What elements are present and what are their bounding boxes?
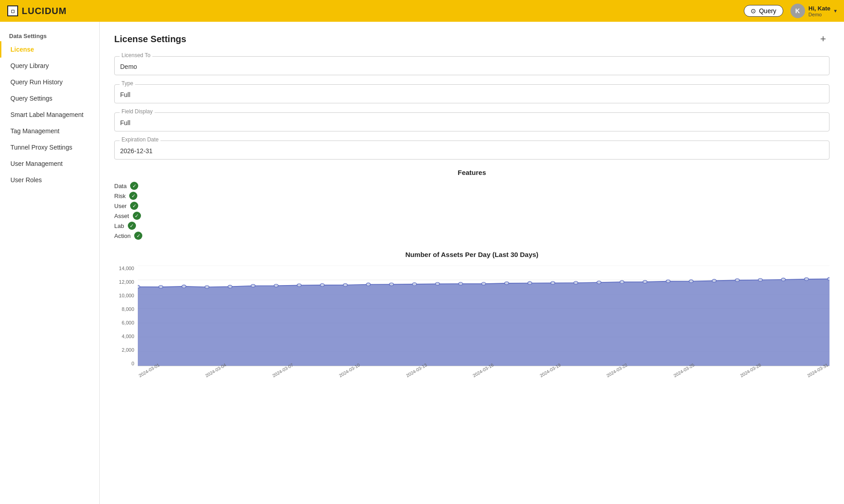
sidebar-item-user-roles[interactable]: User Roles <box>0 172 99 188</box>
svg-point-16 <box>320 284 324 287</box>
y-axis-label: 8,000 <box>121 306 134 312</box>
svg-point-14 <box>274 284 278 287</box>
chevron-down-icon: ▾ <box>834 8 837 14</box>
y-axis-label: 0 <box>131 361 134 366</box>
svg-point-38 <box>827 277 829 281</box>
svg-point-11 <box>205 286 209 289</box>
field-label: Field Display <box>120 108 155 115</box>
field-input[interactable] <box>114 56 829 75</box>
feature-label: Risk <box>114 193 126 199</box>
query-button[interactable]: ⊙ Query <box>744 5 783 17</box>
feature-item-asset: Asset ✓ <box>114 212 829 220</box>
feature-label: Data <box>114 183 126 189</box>
check-icon: ✓ <box>128 222 136 230</box>
svg-point-23 <box>481 282 485 286</box>
field-group-expiration-date: Expiration Date <box>114 141 829 160</box>
feature-label: Asset <box>114 213 129 219</box>
user-info: Hi, Kate Demo <box>809 5 830 17</box>
sidebar-item-query-run-history[interactable]: Query Run History <box>0 74 99 90</box>
svg-point-32 <box>689 280 693 283</box>
sidebar: Data Settings LicenseQuery LibraryQuery … <box>0 22 100 504</box>
chart-title: Number of Assets Per Day (Last 30 Days) <box>114 251 829 258</box>
sidebar-item-tunnel-proxy[interactable]: Tunnel Proxy Settings <box>0 139 99 155</box>
query-button-label: Query <box>759 7 776 15</box>
svg-point-19 <box>389 283 393 286</box>
svg-point-15 <box>297 284 301 287</box>
svg-point-28 <box>597 281 601 284</box>
field-label: Type <box>120 80 135 87</box>
svg-point-9 <box>159 286 163 289</box>
field-input[interactable] <box>114 141 829 160</box>
y-axis-label: 14,000 <box>119 266 134 271</box>
svg-point-26 <box>551 281 555 285</box>
main-content: License Settings + Licensed To Type Fiel… <box>100 22 844 504</box>
sidebar-section-header: Data Settings <box>0 29 99 41</box>
svg-point-29 <box>620 281 624 284</box>
field-group-licensed-to: Licensed To <box>114 56 829 75</box>
check-icon: ✓ <box>130 202 138 210</box>
svg-point-24 <box>504 281 509 285</box>
svg-point-17 <box>343 283 347 286</box>
feature-label: Lab <box>114 223 124 229</box>
sidebar-item-query-settings[interactable]: Query Settings <box>0 90 99 107</box>
feature-item-data: Data ✓ <box>114 182 829 190</box>
page-title: License Settings <box>114 34 186 44</box>
add-button[interactable]: + <box>817 33 829 45</box>
feature-item-lab: Lab ✓ <box>114 222 829 230</box>
feature-item-action: Action ✓ <box>114 232 829 240</box>
main-layout: Data Settings LicenseQuery LibraryQuery … <box>0 22 844 504</box>
field-input[interactable] <box>114 112 829 131</box>
svg-point-31 <box>666 280 670 283</box>
logo-box: ◻ <box>7 5 18 16</box>
app-header: ◻ LUCIDUM ⊙ Query K Hi, Kate Demo ▾ <box>0 0 844 22</box>
svg-point-30 <box>643 280 647 283</box>
svg-point-37 <box>805 278 809 281</box>
svg-point-25 <box>528 281 532 285</box>
chart-container: 14,00012,00010,0008,0006,0004,0002,0000 … <box>114 266 829 379</box>
check-icon: ✓ <box>130 182 138 190</box>
check-icon: ✓ <box>129 192 137 200</box>
svg-point-35 <box>758 278 762 281</box>
sidebar-item-license[interactable]: License <box>0 41 99 58</box>
chart-svg <box>138 266 829 366</box>
svg-point-10 <box>182 285 186 288</box>
sidebar-item-query-library[interactable]: Query Library <box>0 58 99 74</box>
user-role: Demo <box>809 12 830 17</box>
chart-x-axis: 2024-03-012024-03-042024-03-072024-03-10… <box>138 374 829 379</box>
y-axis-label: 6,000 <box>121 320 134 325</box>
svg-point-33 <box>712 279 716 282</box>
y-axis-label: 10,000 <box>119 293 134 298</box>
user-area[interactable]: K Hi, Kate Demo ▾ <box>791 4 837 18</box>
header-right: ⊙ Query K Hi, Kate Demo ▾ <box>744 4 837 18</box>
svg-point-12 <box>228 285 232 288</box>
sidebar-item-smart-label[interactable]: Smart Label Management <box>0 107 99 123</box>
field-input[interactable] <box>114 84 829 103</box>
user-greeting: Hi, Kate <box>809 5 830 12</box>
page-title-row: License Settings + <box>114 33 829 45</box>
chart-y-axis: 14,00012,00010,0008,0006,0004,0002,0000 <box>114 266 137 366</box>
chart-area <box>138 266 829 366</box>
features-title: Features <box>114 169 829 176</box>
avatar: K <box>791 4 805 18</box>
svg-point-20 <box>412 283 417 286</box>
field-label: Licensed To <box>120 52 152 58</box>
query-icon: ⊙ <box>751 7 756 15</box>
field-group-field-display: Field Display <box>114 112 829 131</box>
feature-label: Action <box>114 233 131 239</box>
logo-text: LUCIDUM <box>22 6 67 16</box>
logo-area: ◻ LUCIDUM <box>7 5 67 16</box>
feature-item-user: User ✓ <box>114 202 829 210</box>
svg-point-27 <box>574 281 578 285</box>
svg-point-22 <box>459 282 463 286</box>
svg-point-36 <box>781 278 786 281</box>
chart-section: Number of Assets Per Day (Last 30 Days) … <box>114 251 829 379</box>
y-axis-label: 12,000 <box>119 279 134 285</box>
sidebar-item-tag-management[interactable]: Tag Management <box>0 123 99 139</box>
svg-point-18 <box>366 283 370 286</box>
features-section: Features Data ✓ Risk ✓ User ✓ Asset ✓ La… <box>114 169 829 240</box>
y-axis-label: 2,000 <box>121 347 134 353</box>
svg-point-13 <box>251 284 255 287</box>
check-icon: ✓ <box>134 232 142 240</box>
field-group-type: Type <box>114 84 829 103</box>
sidebar-item-user-management[interactable]: User Management <box>0 155 99 172</box>
